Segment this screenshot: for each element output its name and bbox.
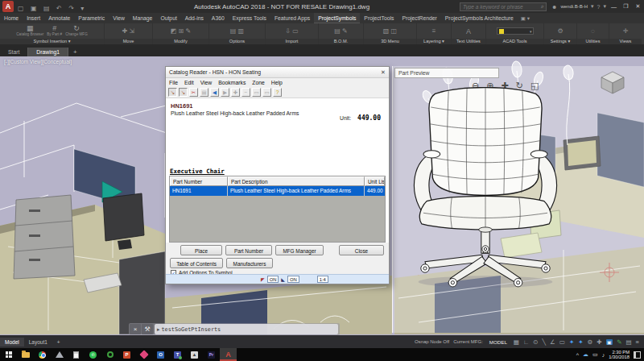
customization-icon[interactable]: ≡ — [636, 338, 639, 346]
workspace-icon[interactable]: ⚙ — [588, 338, 593, 346]
text-utilities-tools[interactable]: A — [452, 23, 485, 39]
command-tools-icon[interactable]: ⚒ — [142, 324, 153, 334]
mfg-manager-button[interactable]: MFG Manager — [275, 245, 324, 255]
toggle1-state[interactable]: ON — [267, 276, 279, 283]
quick-properties-icon[interactable]: ✎ — [617, 338, 621, 346]
volume-icon[interactable]: ♪ — [602, 352, 605, 358]
settings-tools[interactable]: ⚙ — [544, 23, 576, 39]
command-input[interactable]: ▸ testSoGetPtInserts — [155, 324, 338, 334]
hidden-icons-chevron-icon[interactable]: ^ — [576, 352, 579, 358]
chrome-icon[interactable] — [34, 348, 51, 361]
minimize-icon[interactable]: — — [608, 4, 620, 10]
menu-view[interactable]: View — [197, 80, 216, 85]
new-icon[interactable]: ▢ — [18, 5, 24, 12]
grid-icon[interactable]: ▦ — [514, 338, 519, 346]
catalog-browser-button[interactable]: ▦ Catalog Browser — [16, 25, 43, 37]
print-icon[interactable]: ▤ — [200, 88, 208, 97]
modify-tools[interactable]: ◩ ⊞ ✎ — [153, 23, 208, 39]
dynamic-input-icon[interactable]: ▭ — [559, 338, 565, 346]
command-close-icon[interactable]: × — [130, 324, 141, 334]
tab-annotate[interactable]: Annotate — [44, 13, 74, 23]
menu-edit[interactable]: Edit — [181, 80, 197, 85]
tab-manage[interactable]: Manage — [129, 13, 157, 23]
page-icon[interactable]: ▭ — [252, 88, 261, 97]
table-of-contents-button[interactable]: Table of Contents — [170, 258, 223, 268]
snap-icon[interactable]: ∟ — [523, 338, 529, 346]
tip-icon[interactable]: ? — [273, 88, 282, 97]
scale-value[interactable]: 1:4 — [317, 276, 328, 283]
place-multiple-icon[interactable]: ↘ — [179, 88, 188, 97]
onedrive-icon[interactable]: ☁ — [583, 351, 588, 358]
teams-icon[interactable]: T — [169, 348, 186, 361]
isolate-objects-icon[interactable]: ▤ — [626, 338, 632, 346]
menu-bookmarks[interactable]: Bookmarks — [215, 80, 249, 85]
change-mfg-button[interactable]: ↻ Change MFG — [65, 25, 88, 37]
ribbon-display-toggle-icon[interactable]: ▣ ▾ — [518, 13, 533, 23]
close-button[interactable]: Close — [339, 245, 384, 255]
toggle1-icon[interactable]: ◤ — [261, 276, 265, 282]
tab-featured-apps[interactable]: Featured Apps — [270, 13, 314, 23]
by-part-number-button[interactable]: # By Part # — [47, 25, 62, 37]
toggle2-state[interactable]: ON — [287, 276, 299, 283]
polar-icon[interactable]: ⊙ — [533, 338, 538, 346]
place-part-icon[interactable]: ↘ — [168, 88, 177, 97]
model-space-button[interactable]: MODEL — [487, 338, 510, 346]
undo-icon[interactable]: ↶ — [56, 5, 62, 12]
file-tab-start[interactable]: Start — [0, 48, 27, 56]
tab-projecttools[interactable]: ProjectTools — [360, 13, 398, 23]
pink-app-icon[interactable] — [135, 348, 152, 361]
tab-projectrender[interactable]: ProjectRender — [398, 13, 440, 23]
tab-addins[interactable]: Add-ins — [181, 13, 208, 23]
close-window-icon[interactable]: ✕ — [632, 3, 644, 10]
place-button[interactable]: Place — [180, 245, 222, 255]
menu-file[interactable]: File — [166, 80, 181, 85]
options-tools[interactable]: ▤ ▥ — [209, 23, 265, 39]
dialog-titlebar[interactable]: Catalog Reader - HSN - HON Seating ✕ — [166, 67, 389, 78]
add-scales-icon[interactable]: ✚ — [597, 338, 601, 346]
search-input[interactable] — [460, 4, 539, 10]
green-ring-app-icon[interactable] — [101, 348, 118, 361]
help-icon[interactable]: ? — [597, 4, 601, 10]
action-center-icon[interactable] — [634, 351, 641, 359]
col-part-number[interactable]: Part Number — [170, 176, 228, 186]
signin-user-icon[interactable]: ☻ — [551, 4, 557, 10]
bom-tools[interactable]: ▤ ✎ — [319, 23, 363, 39]
command-line[interactable]: × ⚒ ▸ testSoGetPtInserts — [129, 323, 340, 335]
maximize-icon[interactable]: ❐ — [620, 3, 632, 10]
col-part-description[interactable]: Part Description — [228, 176, 365, 186]
utilities-tools[interactable]: ◌ — [577, 23, 609, 39]
tab-view[interactable]: View — [109, 13, 129, 23]
viewcube-icon[interactable] — [599, 70, 626, 94]
powerpoint-icon[interactable]: P — [118, 348, 135, 361]
outlook-icon[interactable]: O — [152, 348, 169, 361]
forward-icon[interactable]: ▶ — [221, 88, 229, 97]
dialog-close-icon[interactable]: ✕ — [378, 69, 389, 76]
layer-dropdown[interactable]: ▾ — [497, 27, 534, 35]
file-tab-drawing1[interactable]: Drawing1 — [27, 48, 68, 56]
table-row[interactable]: HN1691 Plush Leather Steel High-back Lea… — [170, 186, 385, 196]
menu-help[interactable]: Help — [268, 80, 286, 85]
start-button[interactable] — [0, 348, 17, 361]
clock[interactable]: 2:30 PM 1/30/2018 — [609, 350, 630, 360]
3d-app-icon[interactable] — [51, 348, 68, 361]
layout-tab-model[interactable]: Model — [0, 338, 24, 346]
help-dropdown-icon[interactable]: ▾ — [603, 3, 606, 10]
move-tools[interactable]: ✚ ⇲ — [105, 23, 152, 39]
open-icon[interactable]: ▣ — [31, 5, 37, 12]
tab-home[interactable]: Home — [0, 13, 23, 23]
photos-icon[interactable]: ▲ — [186, 348, 203, 361]
menu-zone[interactable]: Zone — [249, 80, 268, 85]
tab-output[interactable]: Output — [156, 13, 180, 23]
file-explorer-icon[interactable] — [17, 348, 34, 361]
autocad-logo-icon[interactable]: A — [2, 1, 14, 12]
autocad-taskbar-icon[interactable]: A — [220, 348, 237, 361]
layering-tools[interactable]: ≡ — [417, 23, 451, 39]
save-icon[interactable]: ▤ — [43, 5, 50, 12]
tab-projectsymbols-architecture[interactable]: ProjectSymbols Architecture — [441, 13, 518, 23]
pages-icon[interactable]: ▭ — [262, 88, 271, 97]
ortho-icon[interactable]: ╲ — [543, 338, 547, 346]
3d-menu-tools[interactable]: ▧ ◫ — [364, 23, 416, 39]
viewport-controls-label[interactable]: [-][Custom View][Conceptual] — [4, 59, 72, 64]
tab-a360[interactable]: A360 — [208, 13, 229, 23]
col-unit-list[interactable]: Unit List — [365, 176, 385, 186]
